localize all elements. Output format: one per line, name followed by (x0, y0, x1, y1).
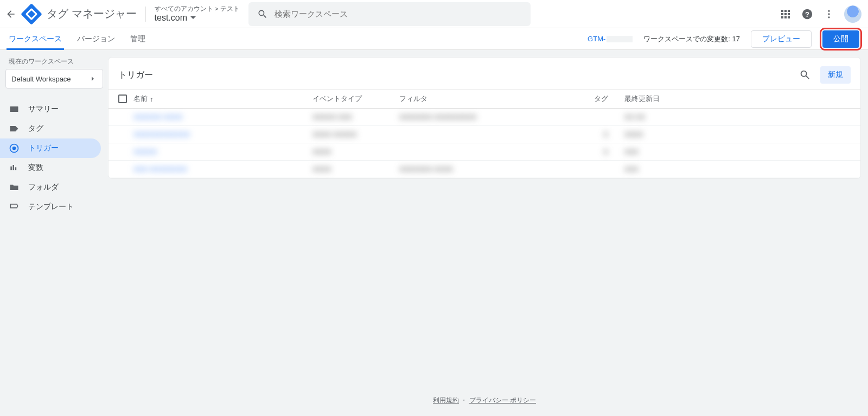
table-header: 名前↑ イベントタイプ フィルタ タグ 最終更新日 (108, 89, 860, 109)
svg-rect-9 (13, 165, 15, 170)
search-icon (257, 9, 268, 20)
search-input[interactable] (275, 9, 522, 18)
tab-workspace[interactable]: ワークスペース (9, 28, 62, 49)
new-trigger-button[interactable]: 新規 (820, 66, 851, 84)
svg-point-3 (828, 13, 829, 15)
arrow-left-icon (5, 9, 16, 20)
container-id[interactable]: GTM- (588, 35, 633, 43)
col-tag[interactable]: タグ (578, 94, 608, 104)
more-vert-icon (824, 9, 834, 20)
sub-header: ワークスペース バージョン 管理 GTM- ワークスペースでの変更数: 17 プ… (0, 28, 868, 50)
terms-link[interactable]: 利用規約 (433, 396, 459, 404)
search-box[interactable] (248, 2, 531, 26)
sidebar-item-label: トリガー (28, 143, 59, 153)
trigger-icon (9, 143, 20, 154)
sidebar-item-label: フォルダ (28, 182, 59, 192)
tag-icon (9, 123, 20, 134)
card-title: トリガー (118, 70, 153, 81)
sidebar-item-summary[interactable]: サマリー (0, 99, 101, 119)
workspace-label: 現在のワークスペース (0, 58, 108, 69)
sidebar-item-triggers[interactable]: トリガー (0, 138, 101, 158)
select-all-checkbox[interactable] (118, 94, 127, 103)
col-name[interactable]: 名前↑ (133, 94, 312, 104)
table-row[interactable]: XXXXXXXXXXXXX (108, 143, 860, 161)
table-row[interactable]: XXXXXXXXXXXXXXXX XXXXXXXXXX (108, 126, 860, 143)
sidebar-item-variables[interactable]: 変数 (0, 158, 101, 178)
col-event[interactable]: イベントタイプ (312, 94, 399, 104)
caret-down-icon (190, 15, 196, 21)
gtm-logo-icon (21, 3, 42, 25)
col-filter[interactable]: フィルタ (399, 94, 578, 104)
privacy-link[interactable]: プライバシー ポリシー (469, 396, 536, 404)
triggers-card: トリガー 新規 名前↑ イベントタイプ フィルタ タグ 最終更新日 XXXXXX… (108, 58, 860, 178)
workspace-selector[interactable]: Default Workspace (5, 69, 103, 89)
search-icon (799, 69, 811, 81)
top-header: タグ マネージャー すべてのアカウント > テスト test.com ? (0, 0, 868, 28)
variable-icon (9, 162, 20, 173)
table-row[interactable]: XXXXXX XXXXXXXXX XXXXXXXXXX XXXXXXXXXXX … (108, 109, 860, 126)
apps-button[interactable] (779, 8, 792, 21)
sidebar-item-tags[interactable]: タグ (0, 119, 101, 138)
account-path: すべてのアカウント > テスト (155, 5, 240, 13)
sidebar-item-label: テンプレート (28, 202, 74, 212)
template-icon (9, 201, 20, 212)
footer: 利用規約 ・ プライバシー ポリシー (108, 385, 860, 416)
avatar[interactable] (844, 5, 861, 23)
account-name: test.com (155, 13, 187, 23)
tab-version[interactable]: バージョン (77, 28, 115, 49)
svg-point-2 (828, 10, 829, 11)
sidebar-item-label: タグ (28, 124, 43, 134)
card-search-button[interactable] (799, 68, 812, 81)
workspace-name: Default Workspace (11, 75, 71, 83)
divider (145, 7, 146, 22)
sidebar-item-templates[interactable]: テンプレート (0, 197, 101, 217)
sidebar: 現在のワークスペース Default Workspace サマリー タグ トリガ… (0, 50, 108, 416)
apps-icon (781, 10, 790, 18)
sidebar-item-label: サマリー (28, 104, 59, 114)
svg-rect-8 (10, 167, 12, 171)
tab-admin[interactable]: 管理 (130, 28, 145, 49)
help-icon: ? (801, 8, 813, 20)
sidebar-item-label: 変数 (28, 163, 43, 173)
back-arrow[interactable] (4, 8, 17, 21)
svg-text:?: ? (805, 10, 809, 18)
account-selector[interactable]: すべてのアカウント > テスト test.com (155, 5, 240, 23)
sort-asc-icon: ↑ (150, 95, 154, 103)
sidebar-item-folders[interactable]: フォルダ (0, 178, 101, 197)
folder-icon (9, 182, 20, 193)
svg-rect-5 (10, 106, 18, 112)
svg-rect-10 (15, 167, 17, 170)
app-title: タグ マネージャー (47, 7, 137, 21)
changes-count[interactable]: ワークスペースでの変更数: 17 (643, 34, 740, 44)
more-button[interactable] (822, 8, 835, 21)
preview-button[interactable]: プレビュー (751, 30, 812, 48)
publish-button[interactable]: 公開 (822, 30, 859, 48)
chevron-right-icon (88, 74, 97, 83)
dashboard-icon (9, 104, 20, 115)
svg-point-4 (828, 16, 829, 18)
table-row[interactable]: XXX XXXXXXXXXXXXXXXXXXX XXXXXXX (108, 161, 860, 178)
help-button[interactable]: ? (801, 8, 814, 21)
col-date[interactable]: 最終更新日 (608, 94, 851, 104)
svg-point-7 (12, 147, 16, 150)
